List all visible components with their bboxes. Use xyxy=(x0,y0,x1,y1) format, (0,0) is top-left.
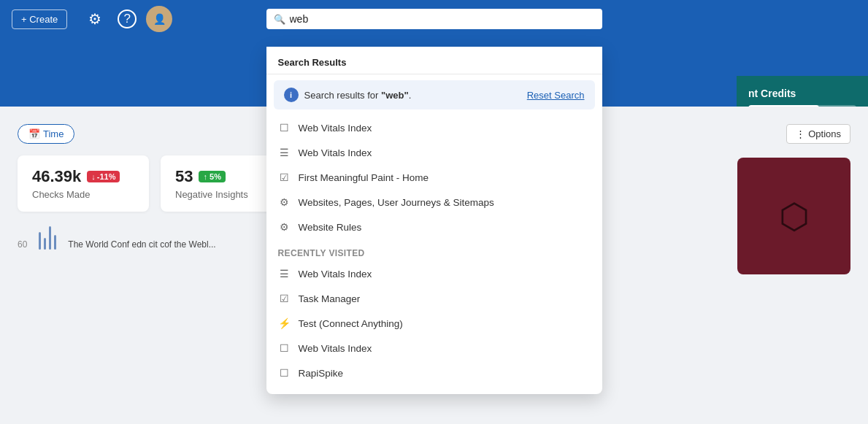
recent-page-icon: ☐ xyxy=(278,367,291,379)
top-navigation: + Create 🔍 Search Results i Search resul… xyxy=(0,0,868,38)
search-info-text: Search results for "web". xyxy=(304,90,521,101)
result-label: Websites, Pages, User Journeys & Sitemap… xyxy=(299,197,494,208)
search-result-item[interactable]: ☰ Web Vitals Index xyxy=(266,140,602,165)
search-results-list: ☐ Web Vitals Index ☰ Web Vitals Index ☑ … xyxy=(266,115,602,239)
recent-check-icon: ☑ xyxy=(278,293,291,304)
reset-search-button[interactable]: Reset Search xyxy=(527,90,585,101)
result-label: First Meaningful Paint - Home xyxy=(299,172,429,183)
chart-bar xyxy=(54,235,56,250)
checks-label: Checks Made xyxy=(32,189,134,200)
recent-item[interactable]: ☐ Web Vitals Index xyxy=(266,336,602,361)
search-result-item[interactable]: ☐ Web Vitals Index xyxy=(266,115,602,140)
settings-button[interactable]: ⚙ xyxy=(82,6,108,32)
recent-test-icon: ⚡ xyxy=(278,317,291,329)
stat-value-row: 53 ↑ 5% xyxy=(175,167,277,186)
search-results-header: Search Results xyxy=(266,47,602,74)
create-button[interactable]: + Create xyxy=(12,9,67,29)
recent-label: Web Vitals Index xyxy=(299,343,372,354)
avatar-image: 👤 xyxy=(153,13,166,25)
search-container: 🔍 xyxy=(266,9,602,29)
help-button[interactable]: ? xyxy=(114,6,140,32)
chart-bar xyxy=(49,226,51,250)
result-settings-icon: ⚙ xyxy=(278,221,291,233)
options-dots-icon: ⋮ xyxy=(796,128,805,139)
promo-icon: ⬡ xyxy=(779,196,810,236)
result-label: Web Vitals Index xyxy=(299,147,372,158)
stat-card-checks: 46.39k ↓ -11% Checks Made xyxy=(18,155,149,212)
help-icon: ? xyxy=(118,9,137,28)
recent-page-icon: ☐ xyxy=(278,342,291,354)
result-page-icon: ☐ xyxy=(278,122,291,134)
promo-card: ⬡ xyxy=(737,158,850,274)
recently-visited-list: ☰ Web Vitals Index ☑ Task Manager ⚡ Test… xyxy=(266,261,602,385)
recent-item[interactable]: ☑ Task Manager xyxy=(266,286,602,311)
avatar[interactable]: 👤 xyxy=(146,6,172,32)
recent-item[interactable]: ☰ Web Vitals Index xyxy=(266,261,602,286)
result-check-icon: ☑ xyxy=(278,171,291,183)
chart-footer-text: The World Conf edn cit cof the Webl... xyxy=(68,239,215,250)
time-filter-button[interactable]: 📅 Time xyxy=(18,124,74,144)
credits-title: nt Credits xyxy=(748,88,856,99)
search-result-item[interactable]: ⚙ Website Rules xyxy=(266,215,602,239)
chart-bar xyxy=(44,238,46,250)
checks-badge: ↓ -11% xyxy=(87,171,120,182)
stat-value-row: 46.39k ↓ -11% xyxy=(32,167,134,186)
search-input[interactable] xyxy=(290,13,595,25)
result-settings-icon: ⚙ xyxy=(278,196,291,208)
insights-label: Negative Insights xyxy=(175,189,277,200)
recent-label: Web Vitals Index xyxy=(299,269,372,280)
chart-y-label: 60 xyxy=(18,239,27,250)
recently-visited-label: Recently Visited xyxy=(266,239,602,261)
insights-value: 53 xyxy=(175,167,193,186)
search-icon: 🔍 xyxy=(274,14,285,25)
result-label: Web Vitals Index xyxy=(299,123,372,134)
chart-bar xyxy=(39,232,41,250)
info-icon: i xyxy=(284,88,299,102)
recent-item[interactable]: ☐ RapiSpike xyxy=(266,361,602,385)
options-label: Options xyxy=(808,128,841,139)
checks-value: 46.39k xyxy=(32,167,81,186)
search-area: 🔍 Search Results i Search results for "w… xyxy=(266,9,602,29)
insights-badge: ↑ 5% xyxy=(199,171,225,182)
recent-item[interactable]: ⚡ Test (Connect Anything) xyxy=(266,311,602,336)
search-result-item[interactable]: ⚙ Websites, Pages, User Journeys & Sitem… xyxy=(266,190,602,215)
nav-icons: ⚙ ? 👤 xyxy=(82,6,172,32)
calendar-icon: 📅 xyxy=(28,128,40,139)
search-result-item[interactable]: ☑ First Meaningful Paint - Home xyxy=(266,165,602,190)
time-label: Time xyxy=(43,128,64,139)
recent-label: Test (Connect Anything) xyxy=(299,318,403,329)
options-button[interactable]: ⋮ Options xyxy=(786,124,850,144)
recent-report-icon: ☰ xyxy=(278,268,291,280)
gear-icon: ⚙ xyxy=(88,10,101,28)
result-label: Website Rules xyxy=(299,222,362,233)
search-info-row: i Search results for "web". Reset Search xyxy=(274,80,595,109)
result-report-icon: ☰ xyxy=(278,147,291,158)
recent-label: RapiSpike xyxy=(299,368,344,379)
recent-label: Task Manager xyxy=(299,293,361,304)
chart-bars xyxy=(39,220,56,250)
search-dropdown: Search Results i Search results for "web… xyxy=(266,47,602,394)
